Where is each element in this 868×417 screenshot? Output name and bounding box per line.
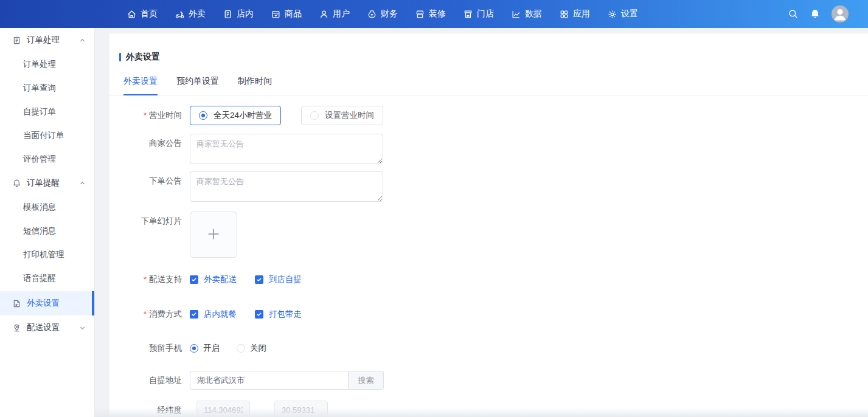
order-notice-row: 下单公告 [109, 171, 868, 202]
sidebar-item-label: 外卖设置 [27, 298, 60, 309]
radio-phone-off[interactable]: 关闭 [237, 343, 266, 354]
pickup-address-row: 自提地址 搜索 [109, 371, 868, 390]
nav-label: 数据 [525, 9, 542, 19]
radio-option-label: 开启 [203, 343, 220, 354]
radio-option-label: 关闭 [250, 343, 266, 354]
coordinates-label: 经纬度 [109, 405, 190, 416]
nav-label: 财务 [381, 9, 398, 19]
nav-item-apps[interactable]: 应用 [559, 9, 590, 19]
nav-item-settings[interactable]: 设置 [607, 9, 638, 19]
business-hours-option-custom[interactable]: 设置营业时间 [301, 106, 383, 125]
slide-upload-button[interactable] [190, 212, 237, 258]
business-hours-label: 营业时间 [109, 106, 190, 125]
page-title-text: 外卖设置 [126, 52, 160, 63]
address-search-button[interactable]: 搜索 [349, 371, 384, 390]
nav-item-instore[interactable]: 店内 [223, 9, 254, 19]
radio-option-label: 设置营业时间 [325, 110, 374, 121]
sidebar-item-template-messages[interactable]: 模板消息 [0, 195, 94, 219]
checkbox-takeaway[interactable]: 打包带走 [255, 309, 302, 320]
sidebar-item-facepay-orders[interactable]: 当面付订单 [0, 123, 94, 147]
nav-item-users[interactable]: 用户 [319, 9, 350, 19]
latitude-input[interactable] [274, 401, 328, 417]
pickup-address-group: 搜索 [190, 371, 384, 390]
takeout-tag-icon [12, 299, 21, 308]
nav-item-decoration[interactable]: 装修 [415, 9, 446, 19]
order-notice-textarea[interactable] [190, 171, 383, 202]
grid-icon [559, 9, 569, 19]
nav-label: 首页 [141, 9, 158, 19]
tab-bar: 外卖设置 预约单设置 制作时间 [109, 76, 868, 95]
radio-selected-icon [199, 111, 207, 120]
checkbox-checked-icon [190, 275, 198, 284]
sidebar-group-label: 订单处理 [27, 35, 60, 46]
user-avatar[interactable] [832, 5, 849, 22]
chart-icon [511, 9, 521, 19]
checkbox-store-pickup[interactable]: 到店自提 [255, 274, 302, 285]
merchant-notice-label: 商家公告 [109, 134, 190, 153]
sidebar-item-voice-reminder[interactable]: 语音提醒 [0, 266, 94, 290]
tab-reservation-settings[interactable]: 预约单设置 [176, 76, 219, 95]
bell-outline-icon [12, 179, 21, 188]
main-content-area: 外卖设置 外卖设置 预约单设置 制作时间 营业时间 全天24小时营业 [95, 28, 868, 417]
tab-production-time[interactable]: 制作时间 [238, 76, 272, 95]
tab-takeout-settings[interactable]: 外卖设置 [123, 76, 158, 95]
coordinates-row: 经纬度 [109, 401, 868, 417]
business-hours-option-24h[interactable]: 全天24小时营业 [190, 106, 281, 125]
checkbox-checked-icon [190, 310, 198, 319]
checkbox-label: 店内就餐 [204, 309, 237, 320]
nav-item-goods[interactable]: 商品 [271, 9, 302, 19]
notification-bell-icon[interactable] [810, 9, 821, 19]
sidebar-group-delivery-settings[interactable]: 配送设置 [0, 315, 94, 340]
radio-phone-on[interactable]: 开启 [190, 343, 220, 354]
plus-icon [206, 226, 221, 244]
receipt-icon [223, 9, 233, 19]
sidebar-item-pickup-orders[interactable]: 自提订单 [0, 100, 94, 123]
business-hours-row: 营业时间 全天24小时营业 设置营业时间 [109, 106, 868, 125]
radio-selected-icon [190, 344, 198, 353]
longitude-input[interactable] [196, 401, 250, 417]
nav-label: 设置 [621, 9, 638, 19]
sidebar-item-review-management[interactable]: 评价管理 [0, 147, 94, 171]
topbar-right [788, 5, 868, 22]
order-notice-label: 下单公告 [109, 171, 190, 191]
nav-item-stores[interactable]: 门店 [463, 9, 494, 19]
search-icon[interactable] [788, 9, 799, 19]
storefront-icon [415, 9, 425, 19]
sidebar-group-label: 订单提醒 [27, 177, 60, 188]
scooter-icon [175, 9, 185, 19]
checkbox-checked-icon [255, 275, 263, 284]
order-slides-label: 下单幻灯片 [109, 212, 190, 231]
consume-mode-label: 消费方式 [109, 309, 190, 320]
merchant-notice-textarea[interactable] [190, 134, 383, 164]
nav-item-data[interactable]: 数据 [511, 9, 542, 19]
chevron-up-icon [79, 37, 86, 44]
sidebar: 订单处理 订单处理 订单查询 自提订单 当面付订单 评价管理 订单提醒 模板消息… [0, 28, 95, 417]
sidebar-item-takeout-settings[interactable]: 外卖设置 [0, 291, 94, 315]
goods-box-icon [271, 9, 281, 19]
nav-label: 用户 [333, 9, 350, 19]
map-pin-icon [12, 323, 21, 333]
checkbox-takeout-delivery[interactable]: 外卖配送 [190, 274, 237, 285]
checkbox-label: 打包带走 [269, 309, 302, 320]
home-icon [127, 9, 137, 19]
sidebar-item-order-processing[interactable]: 订单处理 [0, 52, 94, 76]
moneybag-icon [367, 9, 377, 19]
pickup-address-input[interactable] [190, 371, 349, 390]
nav-label: 门店 [477, 9, 494, 19]
checkbox-dine-in[interactable]: 店内就餐 [190, 309, 237, 320]
page-title: 外卖设置 [109, 33, 868, 63]
order-doc-icon [12, 36, 21, 45]
nav-item-takeout[interactable]: 外卖 [175, 9, 206, 19]
sidebar-item-sms-messages[interactable]: 短信消息 [0, 219, 94, 243]
reserved-phone-row: 预留手机 开启 关闭 [109, 343, 868, 354]
sidebar-group-order-processing[interactable]: 订单处理 [0, 28, 94, 52]
sidebar-group-order-reminder[interactable]: 订单提醒 [0, 171, 94, 195]
takeout-settings-panel: 外卖设置 外卖设置 预约单设置 制作时间 营业时间 全天24小时营业 [109, 33, 868, 417]
radio-unselected-icon [237, 344, 245, 353]
order-slides-row: 下单幻灯片 [109, 212, 868, 258]
checkbox-checked-icon [255, 310, 263, 319]
nav-item-finance[interactable]: 财务 [367, 9, 398, 19]
sidebar-item-order-search[interactable]: 订单查询 [0, 76, 94, 100]
sidebar-item-printer-management[interactable]: 打印机管理 [0, 243, 94, 266]
nav-item-home[interactable]: 首页 [127, 9, 158, 19]
